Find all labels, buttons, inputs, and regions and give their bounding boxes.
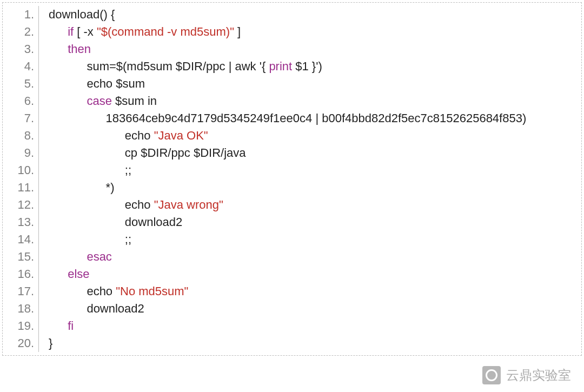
code-token: $sum in <box>112 94 157 108</box>
code-row: 14.;; <box>3 231 581 248</box>
code-token: ;; <box>125 232 131 246</box>
code-token: "Java OK" <box>154 129 208 142</box>
code-row: 10.;; <box>3 162 581 179</box>
code-token: echo $sum <box>87 77 145 90</box>
code-row: 1.download() { <box>3 6 581 23</box>
line-number: 3. <box>3 41 39 58</box>
code-row: 16.else <box>3 265 581 283</box>
code-token: sum=$(md5sum $DIR/ppc | awk '{ <box>87 59 269 73</box>
code-token: $1 }') <box>292 59 322 73</box>
code-row: 6.case $sum in <box>3 92 581 110</box>
code-token: fi <box>68 319 74 333</box>
code-token: then <box>68 42 91 56</box>
line-number: 10. <box>3 162 39 179</box>
code-token: "$(command -v md5sum)" <box>97 25 234 38</box>
line-number: 4. <box>3 58 39 75</box>
code-line: esac <box>39 248 581 265</box>
code-line: sum=$(md5sum $DIR/ppc | awk '{ print $1 … <box>39 58 581 75</box>
line-number: 9. <box>3 144 39 162</box>
line-number: 11. <box>3 179 39 196</box>
code-token: esac <box>87 250 111 263</box>
code-token: } <box>49 336 52 350</box>
line-number: 13. <box>3 214 39 231</box>
code-line: case $sum in <box>39 92 581 110</box>
code-line: download2 <box>39 300 581 317</box>
line-number: 20. <box>3 335 39 352</box>
line-number: 7. <box>3 110 39 127</box>
line-number: 17. <box>3 283 39 300</box>
line-number: 16. <box>3 265 39 283</box>
code-token: "Java wrong" <box>154 198 223 211</box>
code-token: echo <box>125 198 154 211</box>
code-token: *) <box>106 181 115 194</box>
code-line: echo $sum <box>39 75 581 92</box>
line-number: 5. <box>3 75 39 92</box>
line-number: 1. <box>3 6 39 23</box>
code-row: 17.echo "No md5sum" <box>3 283 581 300</box>
code-line: echo "No md5sum" <box>39 283 581 300</box>
line-number: 14. <box>3 231 39 248</box>
code-line: *) <box>39 179 581 196</box>
code-row: 2.if [ -x "$(command -v md5sum)" ] <box>3 23 581 41</box>
code-token: ] <box>234 25 241 38</box>
code-token: if <box>68 25 74 38</box>
code-line: download2 <box>39 214 581 231</box>
code-token: ;; <box>125 163 131 177</box>
code-line: } <box>39 335 581 352</box>
code-row: 12.echo "Java wrong" <box>3 196 581 214</box>
code-token: cp $DIR/ppc $DIR/java <box>125 146 246 160</box>
code-line: else <box>39 265 581 283</box>
code-line: download() { <box>39 6 581 23</box>
code-token: echo <box>125 129 154 142</box>
code-line: echo "Java OK" <box>39 127 581 144</box>
code-row: 7.183664ceb9c4d7179d5345249f1ee0c4 | b00… <box>3 110 581 127</box>
code-line: fi <box>39 317 581 335</box>
line-number: 15. <box>3 248 39 265</box>
code-line: 183664ceb9c4d7179d5345249f1ee0c4 | b00f4… <box>39 110 581 127</box>
code-row: 19.fi <box>3 317 581 335</box>
code-token: download2 <box>125 215 182 229</box>
code-row: 5.echo $sum <box>3 75 581 92</box>
code-block-frame: 1.download() {2.if [ -x "$(command -v md… <box>2 2 582 356</box>
line-number: 18. <box>3 300 39 317</box>
code-line: cp $DIR/ppc $DIR/java <box>39 144 581 162</box>
code-row: 15.esac <box>3 248 581 265</box>
code-line: ;; <box>39 231 581 248</box>
line-number: 8. <box>3 127 39 144</box>
code-row: 8.echo "Java OK" <box>3 127 581 144</box>
code-token: "No md5sum" <box>116 284 188 298</box>
code-row: 18.download2 <box>3 300 581 317</box>
code-row: 9.cp $DIR/ppc $DIR/java <box>3 144 581 162</box>
code-token: [ -x <box>74 25 97 38</box>
code-row: 13.download2 <box>3 214 581 231</box>
code-row: 3.then <box>3 41 581 58</box>
code-line: echo "Java wrong" <box>39 196 581 214</box>
code-token: print <box>269 59 292 73</box>
line-number: 2. <box>3 23 39 41</box>
line-number: 19. <box>3 317 39 335</box>
line-number: 12. <box>3 196 39 214</box>
code-row: 4.sum=$(md5sum $DIR/ppc | awk '{ print $… <box>3 58 581 75</box>
code-token: else <box>68 267 89 281</box>
code-line: ;; <box>39 162 581 179</box>
code-token: case <box>87 94 111 108</box>
line-number: 6. <box>3 92 39 110</box>
code-line: if [ -x "$(command -v md5sum)" ] <box>39 23 581 41</box>
code-line: then <box>39 41 581 58</box>
code-row: 11.*) <box>3 179 581 196</box>
code-token: 183664ceb9c4d7179d5345249f1ee0c4 | b00f4… <box>106 111 527 125</box>
code-token: download2 <box>87 302 144 315</box>
code-row: 20.} <box>3 335 581 352</box>
code-block: 1.download() {2.if [ -x "$(command -v md… <box>3 3 581 355</box>
code-token: download() { <box>49 8 115 21</box>
code-token: echo <box>87 284 116 298</box>
